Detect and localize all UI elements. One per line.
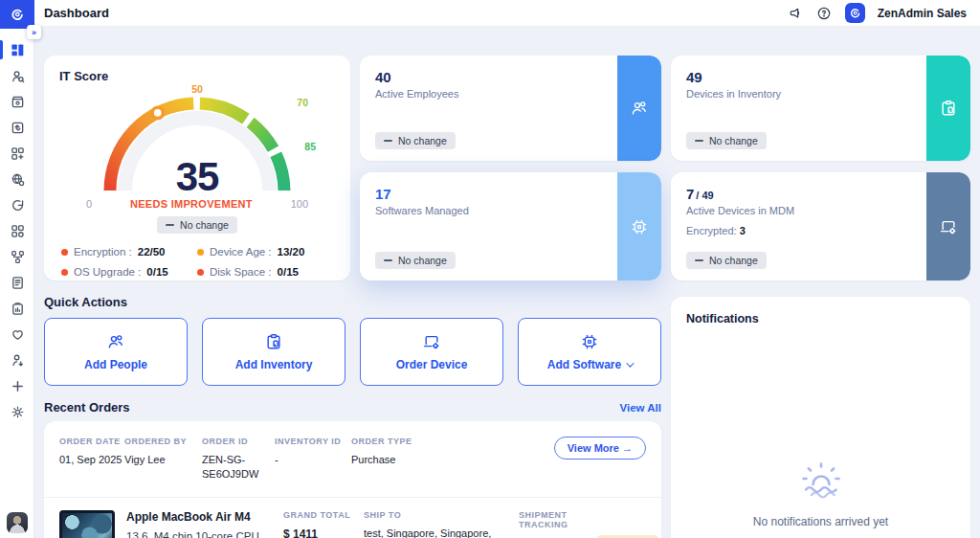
inventory-clipboard-icon (939, 99, 958, 118)
sidebar-item-offboarding[interactable] (0, 352, 34, 368)
people-icon (630, 99, 649, 118)
softwares-managed-card[interactable]: 17 Softwares Managed No change (360, 172, 661, 280)
stat-value: 49 (686, 69, 913, 85)
workspace-logo-icon[interactable] (845, 3, 865, 23)
change-badge: No change (686, 252, 767, 269)
sidebar-item-documents[interactable] (0, 275, 34, 290)
ship-to-col: Ship To test, Singapore, Singapore, 0689… (364, 510, 507, 538)
sidebar-item-inventory[interactable] (0, 94, 34, 109)
order-product-row: Apple MacBook Air M4 13.6, M4 chip 10-co… (59, 498, 646, 538)
sidebar-item-integrations[interactable] (0, 223, 34, 238)
sunrise-icon (793, 458, 849, 500)
software-chip-icon (580, 332, 599, 351)
sidebar-item-add[interactable] (0, 378, 34, 393)
notifications-empty-text: No notifications arrived yet (671, 515, 970, 528)
shipment-tracking-col: Shipment Tracking - (519, 510, 586, 538)
quick-actions-title: Quick Actions (44, 295, 127, 309)
help-icon[interactable] (816, 5, 833, 21)
red-dot-icon (61, 249, 68, 256)
add-people-button[interactable]: Add People (44, 318, 188, 386)
user-avatar[interactable] (7, 512, 28, 533)
stat-value: 40 (375, 69, 604, 85)
web-store-icon (11, 172, 25, 187)
sidebar-item-settings[interactable] (0, 404, 34, 419)
card-accent-strip (617, 172, 661, 280)
minus-icon (384, 140, 392, 142)
inventory-clipboard-icon (264, 332, 283, 351)
product-name: Apple MacBook Air M4 (126, 510, 272, 524)
sidebar-item-dashboard[interactable] (0, 42, 34, 57)
sidebar-item-web-store[interactable] (0, 171, 34, 187)
order-id-col: Order ID ZEN-SG-SE6OJ9DW (202, 437, 275, 482)
device-gear-icon (939, 217, 958, 236)
encrypted-count: Encrypted: 3 (686, 225, 913, 236)
order-device-button[interactable]: Order Device (360, 318, 503, 386)
recent-orders-card: Order Date 01, Sep 2025 Ordered By Vigy … (44, 421, 661, 538)
change-badge: No change (375, 132, 456, 149)
it-score-value: 35 (100, 154, 295, 200)
sidebar-item-people[interactable] (0, 68, 34, 83)
red-dot-icon (61, 269, 68, 276)
recent-orders-header: Recent Orders View All (44, 400, 661, 415)
card-accent-strip (926, 172, 970, 280)
software-chip-icon (630, 217, 649, 236)
card-accent-strip (617, 56, 661, 161)
product-image (59, 510, 115, 538)
workflow-icon (11, 250, 25, 264)
grand-total-value: $ 1411 (283, 527, 352, 538)
topbar-actions: ZenAdmin Sales (788, 3, 967, 23)
chevron-down-icon (626, 359, 634, 367)
announcement-icon[interactable] (788, 5, 804, 21)
reports-icon (11, 302, 25, 316)
minus-icon (166, 224, 174, 226)
active-employees-card[interactable]: 40 Active Employees No change (360, 56, 661, 161)
sidebar-item-orders[interactable] (0, 120, 34, 135)
chat-sync-icon (11, 198, 25, 213)
view-all-link[interactable]: View All (620, 402, 661, 414)
integrations-icon (11, 224, 25, 238)
it-score-change-badge: No change (157, 216, 237, 234)
product-desc: 13.6, M4 chip 10-core CPU, 10-core GPU 1… (126, 529, 272, 538)
view-more-button[interactable]: View More → (554, 437, 646, 460)
orange-dot-icon (197, 249, 204, 256)
notifications-card: Notifications No notifications arrived y… (671, 297, 970, 538)
orders-swap-icon (11, 121, 25, 135)
order-id-value: ZEN-SG-SE6OJ9DW (202, 453, 263, 482)
settings-gear-icon (11, 405, 25, 419)
stat-label: Active Employees (375, 88, 604, 100)
change-badge: No change (375, 252, 456, 269)
grand-total-col: Grand Total $ 1411 (283, 510, 352, 538)
sidebar-item-apps[interactable] (0, 146, 34, 161)
add-software-button[interactable]: Add Software (518, 318, 661, 386)
order-summary-row: Order Date 01, Sep 2025 Ordered By Vigy … (59, 437, 646, 482)
it-score-title: IT Score (59, 69, 335, 83)
offboarding-icon (11, 353, 25, 368)
sidebar-item-benefits[interactable] (0, 326, 34, 342)
notifications-empty-state: No notifications arrived yet (671, 458, 970, 528)
main-content: IT Score (34, 27, 980, 538)
inventory-archive-icon (11, 95, 25, 109)
minus-icon (695, 140, 703, 142)
minus-icon (384, 259, 392, 261)
sidebar-item-chat[interactable] (0, 197, 34, 213)
sidebar-item-reports[interactable] (0, 301, 34, 316)
ship-to-value: test, Singapore, Singapore, 068910 (364, 527, 507, 538)
devices-in-inventory-card[interactable]: 49 Devices in Inventory No change (671, 56, 970, 161)
active-devices-mdm-card[interactable]: 7/ 49 Active Devices in MDM Encrypted: 3… (671, 172, 970, 280)
recent-orders-title: Recent Orders (44, 400, 130, 415)
sidebar-expand-button[interactable]: » (27, 25, 41, 39)
minus-icon (695, 259, 703, 261)
add-inventory-button[interactable]: Add Inventory (202, 318, 345, 386)
workspace-switcher[interactable]: ZenAdmin Sales (878, 7, 967, 20)
device-gear-icon (422, 332, 441, 351)
legend-item-os-upgrade: OS Upgrade :0/15 (61, 266, 197, 278)
quick-action-label: Add Software (547, 358, 632, 371)
dashboard-icon (11, 43, 25, 57)
documents-icon (11, 276, 25, 290)
order-date-value: 01, Sep 2025 (59, 453, 124, 467)
ordered-by-value: Vigy Lee (124, 453, 202, 467)
order-date-col: Order Date 01, Sep 2025 (59, 437, 124, 482)
it-score-legend: Encryption :22/50 Device Age :13/20 OS U… (59, 246, 335, 278)
sidebar-item-workflows[interactable] (0, 249, 34, 264)
people-search-icon (11, 69, 25, 83)
